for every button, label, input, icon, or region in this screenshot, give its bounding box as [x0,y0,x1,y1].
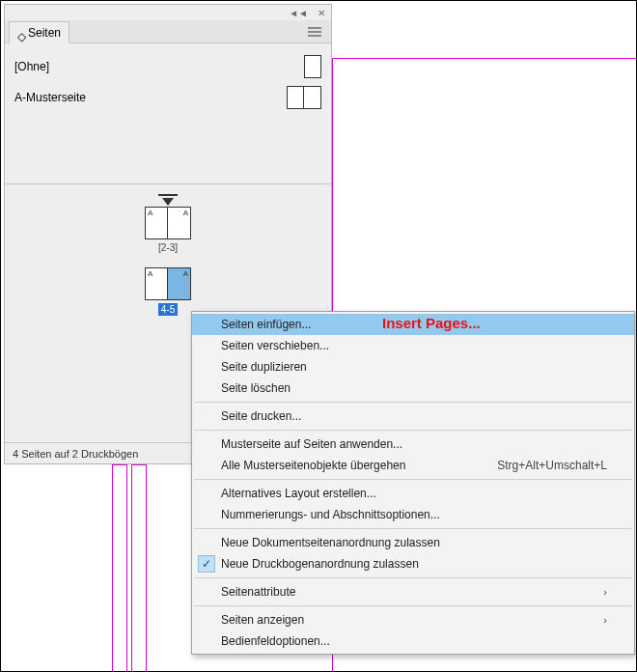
menu-item-label: Alle Musterseitenobjekte übergehen [221,459,405,472]
menu-item-label: Seite drucken... [221,409,301,423]
collapse-icon[interactable]: ◄◄ [289,8,308,18]
master-row-none[interactable]: [Ohne] [14,51,321,82]
tab-label: Seiten [28,26,61,40]
master-label: [Ohne] [14,60,49,73]
menu-item[interactable]: Bedienfeldoptionen... [192,630,634,652]
page-thumb[interactable]: A [145,207,168,239]
menu-item-label: Neue Druckbogenanordnung zulassen [221,557,419,571]
menu-item[interactable]: Alle Musterseitenobjekte übergehenStrg+A… [192,455,634,476]
spread-start-marker-icon [162,198,174,206]
master-pages-list: [Ohne] A-Musterseite [5,43,331,184]
menu-item[interactable]: Seitenattribute› [192,581,634,602]
menu-item-label: Seite duplizieren [221,360,307,374]
menu-item-label: Neue Dokumentseitenanordnung zulassen [221,536,440,549]
menu-item[interactable]: Seiten einfügen... [192,314,634,335]
menu-item-label: Seitenattribute [221,585,295,599]
status-text: 4 Seiten auf 2 Druckbögen [13,448,138,460]
menu-shortcut: Strg+Alt+Umschalt+L [497,459,607,472]
menu-item[interactable]: Neue Dokumentseitenanordnung zulassen [192,532,634,553]
menu-item[interactable]: Seiten verschieben... [192,335,634,356]
menu-item[interactable]: Musterseite auf Seiten anwenden... [192,434,634,455]
close-icon[interactable]: ✕ [318,8,325,18]
menu-separator [194,605,632,606]
menu-item[interactable]: Seite drucken... [192,406,634,427]
updown-icon: ◇ [17,30,24,37]
menu-item-label: Seite löschen [221,381,291,395]
menu-item[interactable]: Nummerierungs- und Abschnittsoptionen... [192,504,634,525]
context-menu: Seiten einfügen...Seiten verschieben...S… [191,311,635,655]
menu-item[interactable]: Seiten anzeigen› [192,609,634,630]
page-thumb[interactable]: A [168,207,191,239]
master-thumb-double [287,86,321,109]
menu-separator [194,577,632,578]
menu-item[interactable]: Seite duplizieren [192,356,634,378]
document-guide-left-1 [112,464,127,672]
tab-pages[interactable]: ◇ Seiten [9,21,69,43]
menu-item[interactable]: ✓Neue Druckbogenanordnung zulassen [192,553,634,574]
menu-item-label: Seiten verschieben... [221,339,329,352]
menu-item[interactable]: Alternatives Layout erstellen... [192,483,634,504]
spread-start-line [158,194,178,196]
menu-item-label: Musterseite auf Seiten anwenden... [221,437,402,451]
panel-menu-button[interactable] [302,20,327,42]
menu-separator [194,479,632,480]
menu-separator [194,430,632,431]
menu-item-label: Bedienfeldoptionen... [221,634,330,648]
spread-label-selected: 4-5 [158,303,178,316]
chevron-right-icon: › [603,614,607,626]
document-guide-left-2 [131,464,147,672]
menu-item-label: Seiten einfügen... [221,318,311,331]
spread-4-5[interactable]: A A 4-5 [145,267,191,316]
hamburger-icon [308,27,321,37]
spread-2-3[interactable]: A A [2-3] [145,194,191,253]
master-row-a[interactable]: A-Musterseite [14,82,321,113]
panel-tabbar: ◇ Seiten [5,20,331,43]
menu-separator [194,402,632,403]
menu-item-label: Seiten anzeigen [221,613,304,627]
master-thumb-single [304,55,321,78]
spread-label: [2-3] [158,242,178,253]
page-thumb[interactable]: A [145,267,168,300]
menu-item[interactable]: Seite löschen [192,378,634,399]
master-label: A-Musterseite [14,91,86,104]
menu-item-label: Nummerierungs- und Abschnittsoptionen... [221,508,440,521]
menu-item-label: Alternatives Layout erstellen... [221,487,376,500]
menu-separator [194,528,632,529]
check-icon: ✓ [198,555,215,573]
chevron-right-icon: › [603,586,607,598]
page-thumb-selected[interactable]: A [168,267,191,300]
